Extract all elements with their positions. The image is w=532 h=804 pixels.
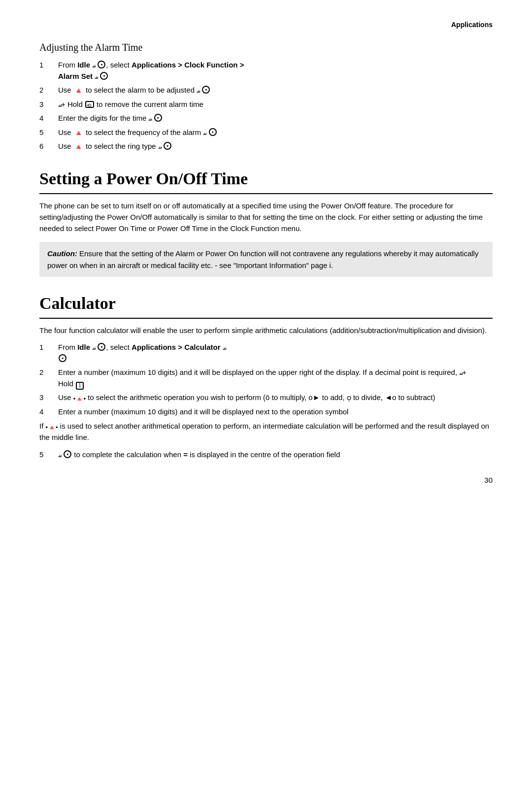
calculator-section: Calculator The four function calculator … — [39, 291, 493, 460]
caution-box: Caution: Ensure that the setting of the … — [39, 242, 493, 277]
alarm-steps-list: 1 From Idle 𝓈𝓈 , select Applications > C… — [39, 60, 493, 152]
ok-icon-2 — [100, 72, 108, 80]
adjusting-alarm-section: Adjusting the Alarm Time 1 From Idle 𝓈𝓈 … — [39, 40, 493, 152]
calc-step-content-3: Use •🔺• to select the arithmetic operati… — [58, 392, 493, 403]
calc-step-5: 5 𝓈𝓈 to complete the calculation when = … — [39, 449, 493, 461]
menu-icon-5: 𝓈𝓈 — [148, 115, 151, 122]
calc-step-num-4: 4 — [39, 406, 48, 418]
caution-label: Caution: — [47, 249, 77, 258]
calc-step-content-4: Enter a number (maximum 10 digits) and i… — [58, 406, 493, 418]
menu-icon-3: 𝓈𝓈 — [197, 87, 200, 94]
ok-icon-4 — [154, 114, 162, 122]
alarm-step-2: 2 Use 🔺 to select the alarm to be adjust… — [39, 85, 493, 96]
ok-icon-5 — [209, 128, 217, 136]
alarm-set-bold: Alarm Set — [58, 72, 93, 80]
calc-ok-icon-5 — [64, 450, 71, 458]
calc-idle-bold: Idle — [77, 343, 90, 351]
step-content-2: Use 🔺 to select the alarm to be adjusted… — [58, 85, 493, 96]
page-number: 30 — [39, 475, 493, 486]
calc-menu-icon-1: 𝓈𝓈 — [92, 344, 95, 351]
menu-icon-1: 𝓈𝓈 — [92, 62, 95, 69]
alarm-step-6: 6 Use 🔺 to select the ring type 𝓈𝓈 — [39, 141, 493, 152]
calc-ok-icon-1 — [98, 343, 105, 351]
alarm-step-3: 3 𝓈𝓈+ Hold to remove the current alarm t… — [39, 99, 493, 110]
step-content-3: 𝓈𝓈+ Hold to remove the current alarm tim… — [58, 99, 493, 110]
navi-special-icon: •🔺• — [73, 394, 86, 404]
calc-step-content-5: 𝓈𝓈 to complete the calculation when = is… — [58, 449, 493, 461]
step-num-3: 3 — [39, 99, 48, 110]
calc-menu-icon-3: 𝓈𝓈 — [459, 369, 462, 376]
step-content-4: Enter the digits for the time 𝓈𝓈 — [58, 113, 493, 124]
calc-step-num-1: 1 — [39, 342, 48, 353]
step-content-5: Use 🔺 to select the frequency of the ala… — [58, 127, 493, 138]
calculator-steps-list: 1 From Idle 𝓈𝓈 , select Applications > C… — [39, 342, 493, 417]
navi-icon-6: 🔺 — [74, 141, 83, 153]
page-number-value: 30 — [484, 476, 493, 484]
calculator-steps2-list: 5 𝓈𝓈 to complete the calculation when = … — [39, 449, 493, 461]
calc-step-content-1: From Idle 𝓈𝓈 , select Applications > Cal… — [58, 342, 493, 364]
ok-icon-3 — [202, 86, 210, 94]
navi-special-icon-2: •🔺• — [46, 423, 58, 433]
alarm-step-1: 1 From Idle 𝓈𝓈 , select Applications > C… — [39, 60, 493, 82]
step-num-1: 1 — [39, 60, 48, 71]
alarm-step-5: 5 Use 🔺 to select the frequency of the a… — [39, 127, 493, 138]
step-num-2: 2 — [39, 85, 48, 96]
equals-bold: = — [183, 450, 188, 459]
power-onoff-body: The phone can be set to turn itself on o… — [39, 200, 493, 234]
menu-icon-6: 𝓈𝓈 — [203, 129, 206, 136]
navi-icon-2: 🔺 — [74, 85, 83, 97]
calc-menu-icon-2: 𝓈𝓈 — [223, 344, 226, 351]
calc-step-2: 2 Enter a number (maximum 10 digits) and… — [39, 367, 493, 389]
idle-bold-1: Idle — [77, 61, 90, 69]
calc-menu-icon-5: 𝓈𝓈 — [58, 451, 61, 459]
step-content-1: From Idle 𝓈𝓈 , select Applications > Clo… — [58, 60, 493, 82]
calculator-body: The four function calculator will enable… — [39, 325, 493, 336]
calc-step-num-3: 3 — [39, 392, 48, 403]
menu-icon-4: 𝓈𝓈 — [58, 101, 61, 108]
navi-icon-5: 🔺 — [74, 128, 83, 139]
calc-apps-bold: Applications > Calculator — [132, 343, 220, 351]
ok-icon-6 — [164, 142, 171, 150]
calc-step-content-2: Enter a number (maximum 10 digits) and i… — [58, 367, 493, 389]
ok-icon-1 — [98, 61, 105, 68]
apps-bold-1: Applications > Clock Function > — [132, 61, 244, 69]
calc-step-num-2: 2 — [39, 367, 48, 378]
header-label: Applications — [451, 21, 493, 29]
calc-step-num-5: 5 — [39, 449, 48, 461]
page-header: Applications — [39, 20, 493, 30]
power-onoff-title: Setting a Power On/Off Time — [39, 166, 493, 194]
step-num-5: 5 — [39, 127, 48, 138]
menu-icon-7: 𝓈𝓈 — [158, 143, 161, 150]
back-icon-3 — [85, 101, 94, 108]
calc-ok-icon-2 — [59, 354, 66, 362]
one-icon-2: 1 — [76, 382, 84, 390]
calculator-title: Calculator — [39, 291, 493, 319]
menu-icon-2: 𝓈𝓈 — [95, 73, 98, 80]
calc-step-4: 4 Enter a number (maximum 10 digits) and… — [39, 406, 493, 418]
calc-body2: If •🔺• is used to select another arithme… — [39, 420, 493, 443]
power-onoff-section: Setting a Power On/Off Time The phone ca… — [39, 166, 493, 277]
step-num-4: 4 — [39, 113, 48, 124]
alarm-step-4: 4 Enter the digits for the time 𝓈𝓈 — [39, 113, 493, 124]
step-content-6: Use 🔺 to select the ring type 𝓈𝓈 — [58, 141, 493, 152]
step-num-6: 6 — [39, 141, 48, 152]
calc-step-3: 3 Use •🔺• to select the arithmetic opera… — [39, 392, 493, 403]
adjusting-alarm-title: Adjusting the Alarm Time — [39, 40, 493, 55]
calc-step-1: 1 From Idle 𝓈𝓈 , select Applications > C… — [39, 342, 493, 364]
caution-text: Ensure that the setting of the Alarm or … — [47, 249, 478, 269]
